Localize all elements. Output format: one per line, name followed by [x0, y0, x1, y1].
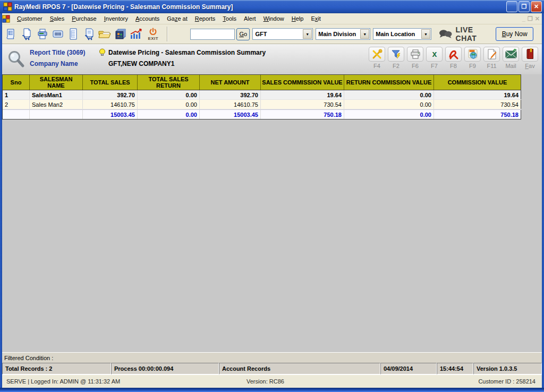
cell: 750.18 — [434, 110, 521, 119]
mail-icon — [505, 48, 517, 60]
edit-report-icon — [486, 48, 498, 60]
mail-button[interactable]: Mail — [502, 47, 520, 69]
column-header-sales-commission-value[interactable]: SALES COMMISSION VALUE — [261, 75, 344, 90]
menu-item-accounts[interactable]: Accounts — [132, 14, 163, 23]
chat-bubbles-icon — [439, 29, 452, 39]
live-chat-button[interactable]: LIVE CHAT — [439, 25, 496, 42]
company-name-value: GFT,NEW COMPANY1 — [108, 60, 174, 67]
stock-register-icon[interactable] — [66, 26, 81, 42]
location-select[interactable]: Main Location ▼ — [373, 28, 431, 40]
sales-invoice-icon[interactable] — [19, 26, 34, 42]
exit-button[interactable]: EXIT — [144, 25, 163, 42]
buy-now-button[interactable]: Buy Now — [496, 27, 533, 41]
search-icon — [6, 49, 26, 70]
pdf-export-button[interactable]: F8 — [445, 47, 462, 69]
excel-export-button[interactable]: x F7 — [426, 47, 443, 69]
billing-icon[interactable] — [3, 26, 19, 42]
html-export-button[interactable]: F9 — [464, 47, 481, 69]
mdi-minimize-icon[interactable]: _ — [522, 15, 525, 22]
menu-item-gaze-at[interactable]: Gaze at — [163, 14, 191, 23]
version-status: Version 1.0.3.5 — [473, 363, 542, 374]
menu-item-customer[interactable]: Customer — [13, 14, 46, 23]
chevron-down-icon[interactable]: ▼ — [421, 29, 430, 39]
cell: 19.64 — [261, 90, 344, 99]
table-header-row: Sno SALESMAN NAME TOTAL SALES TOTAL SALE… — [3, 74, 521, 90]
mdi-close-icon[interactable]: ✕ — [535, 15, 540, 22]
table-row[interactable]: 2 Sales Man2 14610.75 0.00 14610.75 730.… — [3, 100, 521, 109]
process-time-status: Process 00:00:00.094 — [111, 363, 219, 374]
cell: 0.00 — [344, 90, 434, 99]
cell: 0.00 — [344, 100, 434, 109]
column-header-salesman-name[interactable]: SALESMAN NAME — [30, 75, 83, 90]
go-button[interactable]: Go — [236, 28, 250, 40]
restore-button[interactable]: ❐ — [518, 1, 530, 12]
total-records-status: Total Records : 2 — [2, 363, 111, 374]
menu-item-exit[interactable]: Exit — [307, 14, 324, 23]
print-button[interactable]: F6 — [406, 47, 424, 69]
edit-report-button[interactable]: F11 — [483, 47, 500, 69]
column-header-total-sales-return[interactable]: TOTAL SALES RETURN — [138, 75, 200, 90]
favorites-icon — [525, 48, 536, 60]
bulb-icon — [99, 48, 106, 57]
excel-export-icon: x — [429, 48, 440, 60]
reports-chart-icon[interactable] — [128, 26, 143, 42]
filter-icon — [390, 48, 402, 60]
exit-label: EXIT — [148, 36, 158, 41]
cell: Sales Man2 — [30, 100, 83, 109]
account-records-status: Account Records — [219, 363, 380, 374]
cell: SalesMan1 — [30, 90, 83, 99]
print-bill-icon[interactable] — [35, 26, 50, 42]
cell: 0.00 — [344, 110, 434, 119]
purchase-cart-icon[interactable] — [81, 26, 97, 42]
customers-icon[interactable] — [113, 26, 128, 42]
release-version: Version: RC86 — [246, 378, 353, 385]
menu-item-alert[interactable]: Alert — [240, 14, 260, 23]
menu-item-tools[interactable]: Tools — [219, 14, 240, 23]
cell: 15003.45 — [200, 110, 261, 119]
favorites-button[interactable]: Fav — [521, 47, 539, 69]
column-header-total-sales[interactable]: TOTAL SALES — [83, 75, 138, 90]
cell: 730.54 — [261, 100, 344, 109]
report-title-label: Report Title (3069) — [30, 49, 85, 56]
column-header-net-amount[interactable]: NET AMOUNT — [200, 75, 261, 90]
close-button[interactable]: ✕ — [531, 1, 542, 12]
chevron-down-icon[interactable]: ▼ — [360, 29, 369, 39]
cell: 0.00 — [138, 90, 200, 99]
window-left-border — [0, 13, 2, 388]
column-header-commission-value[interactable]: COMMISSION VALUE — [434, 75, 521, 90]
cell: 730.54 — [434, 100, 521, 109]
column-header-sno[interactable]: Sno — [3, 75, 30, 90]
logged-in-status: SERVE | Logged In: ADMIN @ 11:31:32 AM — [2, 378, 246, 385]
filter-button[interactable]: F2 — [387, 47, 405, 69]
menu-item-help[interactable]: Help — [288, 14, 308, 23]
menu-item-purchase[interactable]: Purchase — [68, 14, 100, 23]
filtered-condition-label: Filtered Condition : — [4, 355, 53, 361]
company-select[interactable]: GFT ▼ — [252, 28, 313, 40]
pdf-export-icon — [448, 48, 460, 60]
menu-item-inventory[interactable]: Inventory — [100, 14, 132, 23]
window-right-border — [542, 13, 544, 388]
menu-item-sales[interactable]: Sales — [46, 14, 69, 23]
mdi-child-icon — [2, 15, 10, 23]
mdi-restore-icon[interactable]: ❐ — [528, 15, 533, 22]
menu-item-reports[interactable]: Reports — [191, 14, 219, 23]
cell: 1 — [3, 90, 30, 99]
report-title-value: Datewise Pricing - Salesman Commission S… — [108, 49, 266, 56]
customize-button[interactable]: F4 — [368, 47, 386, 69]
table-row[interactable]: 1 SalesMan1 392.70 0.00 392.70 19.64 0.0… — [3, 90, 521, 100]
minimize-button[interactable]: _ — [506, 1, 517, 12]
filtered-condition-bar: Filtered Condition : — [2, 352, 542, 363]
menu-item-window[interactable]: Window — [260, 14, 288, 23]
table-total-row: 15003.45 0.00 15003.45 750.18 0.00 750.1… — [3, 109, 521, 120]
chevron-down-icon[interactable]: ▼ — [303, 29, 312, 39]
report-table: Sno SALESMAN NAME TOTAL SALES TOTAL SALE… — [2, 74, 521, 120]
open-folder-icon[interactable] — [97, 26, 112, 42]
column-header-return-commission-value[interactable]: RETURN COMMISSION VALUE — [344, 75, 434, 90]
report-actions: F4 F2 F6 x F7 F8 F9 — [368, 47, 539, 69]
window-title: RayMedi RPOS 7 - [Datewise Pricing - Sal… — [14, 3, 505, 11]
barcode-icon[interactable] — [50, 26, 65, 42]
title-bar: RayMedi RPOS 7 - [Datewise Pricing - Sal… — [0, 0, 544, 13]
division-select[interactable]: Main Division ▼ — [316, 28, 370, 40]
search-input[interactable] — [190, 29, 235, 40]
mdi-window-controls: _ ❐ ✕ — [522, 15, 542, 22]
